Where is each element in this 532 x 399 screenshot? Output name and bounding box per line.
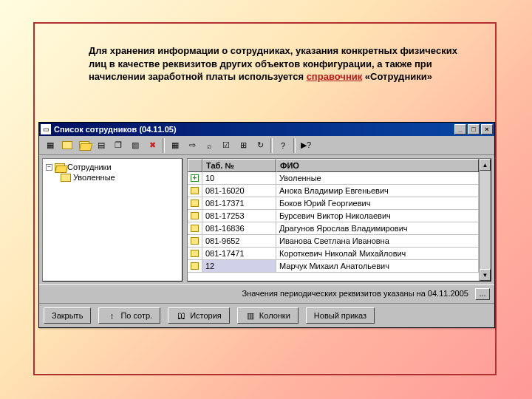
columns-label: Колонки [259, 311, 290, 320]
status-ellipsis-button[interactable]: ... [475, 288, 490, 300]
window-icon: ▭ [41, 124, 51, 134]
footer-toolbar: Закрыть ↕По сотр. 🕮История ▥Колонки Новы… [39, 303, 494, 327]
folder-icon [61, 174, 71, 182]
grid-header: Таб. № ФИО [188, 159, 479, 172]
row-folder-icon [191, 237, 199, 245]
grid-header-icon[interactable] [188, 159, 202, 172]
toolbar: ▦ ▤ ❐ ▥ ✖ ▦ ⇨ ⌕ ☑ ⊞ ↻ ? ▶? [39, 136, 494, 155]
scroll-up-icon[interactable]: ▲ [480, 159, 491, 171]
row-folder-icon [191, 262, 199, 270]
cell-num: 081-9652 [202, 235, 276, 247]
cell-name: Уволенные [276, 172, 479, 184]
history-icon: 🕮 [176, 311, 186, 321]
close-label: Закрыть [52, 311, 83, 320]
tree-child-label: Уволенные [73, 173, 115, 182]
data-grid: Таб. № ФИО +10Уволенные081-16020Анока Вл… [187, 158, 491, 282]
collapse-icon[interactable]: − [46, 164, 52, 171]
folder-open-icon [55, 163, 65, 171]
toolbar-refresh-icon[interactable]: ↻ [252, 138, 268, 153]
columns-icon: ▥ [245, 311, 256, 321]
toolbar-stack-icon[interactable]: ▦ [167, 138, 183, 153]
sort-label: По сотр. [120, 311, 152, 320]
cell-name: Анока Владимир Евгеньевич [276, 185, 479, 197]
cell-num: 10 [202, 172, 276, 184]
tree-root[interactable]: − Сотрудники [46, 162, 179, 172]
toolbar-select-icon[interactable]: ☑ [218, 138, 234, 153]
table-row[interactable]: 081-9652Иванова Светлана Ивановна [188, 235, 479, 248]
titlebar: ▭ Список сотрудников (04.11.05) _ □ × [39, 123, 494, 136]
cell-num: 081-17253 [202, 210, 276, 222]
row-plus-icon: + [191, 174, 199, 182]
table-row[interactable]: 081-16020Анока Владимир Евгеньевич [188, 185, 479, 197]
toolbar-open-icon[interactable] [76, 138, 92, 153]
neworder-label: Новый приказ [314, 311, 366, 320]
tree-root-label: Сотрудники [67, 163, 112, 171]
cell-name: Марчук Михаил Анатольевич [276, 260, 479, 272]
table-row[interactable]: 081-17471Короткевич Николай Михайлович [188, 248, 479, 260]
toolbar-edit-icon[interactable]: ▤ [93, 138, 109, 153]
cell-name: Иванова Светлана Ивановна [276, 235, 479, 247]
intro-highlight: справочник [307, 71, 363, 82]
table-row[interactable]: 081-17253Бурсевич Виктор Николаевич [188, 210, 479, 222]
tree-panel: − Сотрудники Уволенные [42, 158, 183, 282]
columns-button[interactable]: ▥Колонки [237, 307, 299, 324]
table-row[interactable]: 081-16836Драгунов Ярослав Владимирович [188, 222, 479, 235]
cell-num: 081-16020 [202, 185, 276, 197]
minimize-button[interactable]: _ [454, 124, 466, 134]
toolbar-tree-icon[interactable]: ⊞ [235, 138, 251, 153]
toolbar-folder-icon[interactable] [59, 138, 75, 153]
table-row[interactable]: +10Уволенные [188, 172, 479, 185]
maximize-button[interactable]: □ [468, 124, 480, 134]
row-folder-icon [191, 187, 199, 194]
cell-name: Драгунов Ярослав Владимирович [276, 222, 479, 234]
scroll-track[interactable] [480, 171, 491, 269]
toolbar-help-icon[interactable]: ? [275, 138, 291, 153]
tree-child[interactable]: Уволенные [61, 172, 179, 183]
sort-button[interactable]: ↕По сотр. [98, 307, 160, 324]
toolbar-delete-icon[interactable]: ✖ [144, 138, 160, 153]
toolbar-new-icon[interactable]: ▦ [42, 138, 58, 153]
close-window-button[interactable]: × [481, 124, 493, 134]
status-bar: Значения периодических реквизитов указан… [39, 284, 494, 303]
neworder-button[interactable]: Новый приказ [306, 307, 375, 324]
intro-text: Для хранения информации о сотрудниках, у… [89, 44, 466, 83]
row-folder-icon [191, 212, 199, 219]
row-folder-icon [191, 200, 199, 207]
toolbar-copy-icon[interactable]: ❐ [110, 138, 126, 153]
row-folder-icon [191, 250, 199, 257]
cell-num: 12 [202, 260, 276, 272]
table-row[interactable]: 12Марчук Михаил Анатольевич [188, 260, 479, 273]
grid-header-name[interactable]: ФИО [276, 159, 479, 172]
status-text: Значения периодических реквизитов указан… [242, 289, 468, 298]
close-button[interactable]: Закрыть [44, 307, 91, 324]
toolbar-view-icon[interactable]: ▥ [127, 138, 143, 153]
cell-name: Боков Юрий Георгиевич [276, 197, 479, 209]
grid-header-num[interactable]: Таб. № [202, 159, 276, 172]
sort-icon: ↕ [106, 311, 117, 321]
window-title: Список сотрудников (04.11.05) [54, 125, 177, 134]
cell-name: Короткевич Николай Михайлович [276, 248, 479, 259]
toolbar-find-icon[interactable]: ⌕ [201, 138, 217, 153]
cell-num: 081-17471 [202, 248, 276, 259]
intro-part3: «Сотрудники» [362, 71, 432, 82]
scrollbar[interactable]: ▲ ▼ [479, 159, 491, 281]
scroll-down-icon[interactable]: ▼ [480, 269, 491, 281]
toolbar-whatsthis-icon[interactable]: ▶? [298, 138, 314, 153]
cell-num: 081-16836 [202, 222, 276, 234]
cell-name: Бурсевич Виктор Николаевич [276, 210, 479, 222]
toolbar-move-icon[interactable]: ⇨ [184, 138, 200, 153]
table-row[interactable]: 081-17371Боков Юрий Георгиевич [188, 197, 479, 210]
cell-num: 081-17371 [202, 197, 276, 209]
history-label: История [190, 311, 222, 320]
history-button[interactable]: 🕮История [168, 307, 230, 324]
row-folder-icon [191, 225, 199, 232]
app-window: ▭ Список сотрудников (04.11.05) _ □ × ▦ … [38, 122, 495, 328]
